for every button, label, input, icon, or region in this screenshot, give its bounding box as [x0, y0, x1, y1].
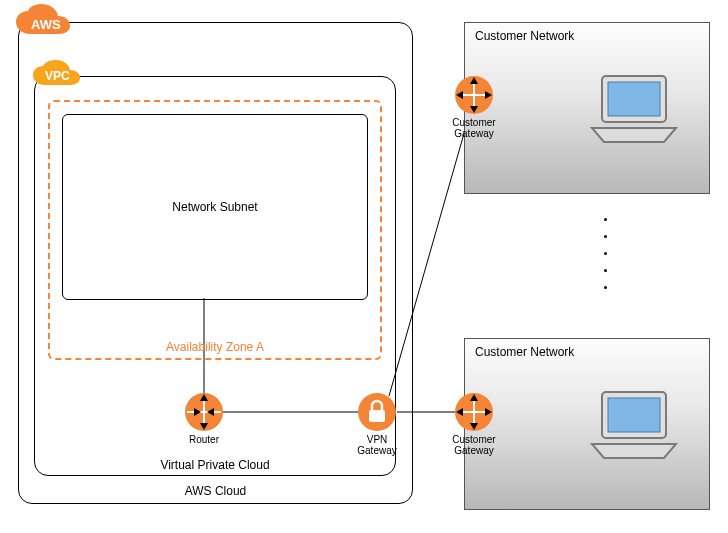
aws-cloud-label: AWS Cloud [18, 484, 413, 498]
availability-zone-label: Availability Zone A [48, 340, 382, 354]
customer-gateway-bottom-icon [454, 392, 494, 435]
vpc-label: Virtual Private Cloud [34, 458, 396, 472]
vpn-gateway-icon [357, 392, 397, 435]
aws-cloud-badge-text: AWS [31, 17, 61, 32]
svg-rect-23 [608, 398, 660, 432]
laptop-icon [586, 388, 682, 467]
svg-rect-14 [608, 82, 660, 116]
customer-gateway-bottom-label: Customer Gateway [447, 434, 501, 456]
router-icon [184, 392, 224, 435]
vpn-gateway-label: VPN Gateway [352, 434, 402, 456]
vpc-badge-text: VPC [45, 69, 70, 83]
router-label: Router [174, 434, 234, 445]
aws-cloud-badge: AWS [8, 4, 82, 49]
customer-network-top-title: Customer Network [465, 23, 709, 49]
laptop-icon [586, 72, 682, 151]
customer-gateway-top-label: Customer Gateway [447, 117, 501, 139]
customer-gateway-top-icon [454, 75, 494, 118]
ellipsis-dots [604, 218, 607, 289]
svg-rect-12 [369, 410, 385, 422]
subnet-label: Network Subnet [62, 200, 368, 214]
customer-network-bottom-title: Customer Network [465, 339, 709, 365]
vpc-badge: VPC [26, 58, 90, 97]
